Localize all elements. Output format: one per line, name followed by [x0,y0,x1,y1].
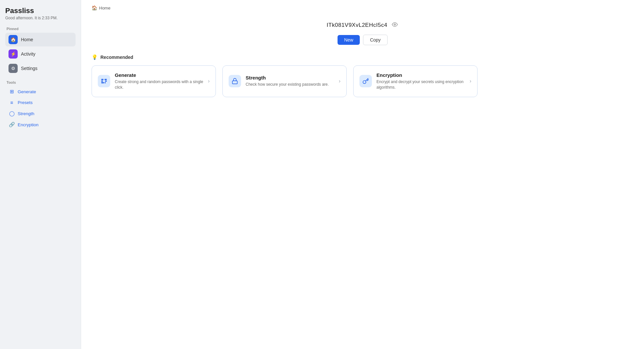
app-subtitle: Good afternoon. It is 2:33 PM. [5,16,76,20]
card-strength-icon-wrap [229,75,241,87]
sidebar-item-settings-label: Settings [21,66,38,71]
card-generate-title: Generate [115,72,203,78]
breadcrumb: 🏠 Home [81,0,644,14]
svg-rect-7 [233,81,237,84]
card-encryption[interactable]: Encryption Encrypt and decrypt your secr… [353,65,478,97]
card-strength-desc: Check how secure your existing passwords… [246,82,334,87]
sidebar-item-strength-label: Strength [18,111,34,116]
card-generate-desc: Create strong and random passwords with … [115,79,203,90]
content-area: ITk081V9XvL2EHcI5c4 New Copy 💡 Recommend… [81,14,644,349]
app-title: Passliss [5,7,76,15]
svg-rect-4 [105,81,107,82]
show-password-button[interactable] [391,21,398,29]
svg-rect-3 [105,79,107,80]
generate-tool-icon: ⊞ [9,89,15,95]
card-strength-arrow: › [339,78,340,84]
copy-button[interactable]: Copy [363,35,388,45]
breadcrumb-home-icon: 🏠 [92,5,97,10]
sidebar-item-presets[interactable]: ≡ Presets [5,97,76,108]
sidebar-item-activity-label: Activity [21,51,35,57]
card-encryption-desc: Encrypt and decrypt your secrets using e… [376,79,465,90]
lightbulb-icon: 💡 [92,54,98,60]
strength-tool-icon: ◯ [9,111,15,116]
generate-card-icon [101,78,107,84]
sidebar-item-activity[interactable]: ⚡ Activity [5,47,76,61]
card-generate-icon-wrap [98,75,110,87]
card-generate[interactable]: Generate Create strong and random passwo… [92,65,216,97]
settings-nav-icon: ⚙ [9,64,18,73]
tools-label: Tools [5,80,76,84]
sidebar: Passliss Good afternoon. It is 2:33 PM. … [0,0,81,349]
recommended-header: 💡 Recommended [92,54,634,60]
card-encryption-icon-wrap [359,75,372,87]
svg-rect-1 [101,79,104,80]
action-row: New Copy [92,35,634,45]
breadcrumb-label: Home [99,6,111,10]
sidebar-item-encryption-label: Encryption [18,122,39,127]
password-value: ITk081V9XvL2EHcI5c4 [327,22,387,28]
main-content: 🏠 Home ITk081V9XvL2EHcI5c4 New Copy 💡 Re… [81,0,644,349]
sidebar-item-generate-label: Generate [18,89,36,94]
presets-tool-icon: ≡ [9,100,15,105]
encryption-tool-icon: 🔗 [9,122,15,128]
card-strength-body: Strength Check how secure your existing … [246,75,334,87]
new-button[interactable]: New [338,35,360,45]
cards-row: Generate Create strong and random passwo… [92,65,634,97]
activity-nav-icon: ⚡ [9,49,18,59]
password-row: ITk081V9XvL2EHcI5c4 [92,21,634,29]
sidebar-item-presets-label: Presets [18,100,33,105]
sidebar-item-home[interactable]: 🏠 Home [5,33,76,46]
recommended-label: Recommended [100,55,133,60]
card-strength[interactable]: Strength Check how secure your existing … [222,65,347,97]
sidebar-item-settings[interactable]: ⚙ Settings [5,61,76,75]
card-generate-arrow: › [208,78,210,84]
strength-card-icon [232,78,238,84]
tools-section: Tools ⊞ Generate ≡ Presets ◯ Strength 🔗 … [5,80,76,131]
svg-rect-2 [101,81,103,82]
svg-rect-6 [105,82,106,83]
card-generate-body: Generate Create strong and random passwo… [115,72,203,90]
svg-point-0 [394,24,396,26]
sidebar-item-encryption[interactable]: 🔗 Encryption [5,119,76,130]
encryption-card-icon [362,78,369,84]
sidebar-item-strength[interactable]: ◯ Strength [5,108,76,119]
sidebar-item-generate[interactable]: ⊞ Generate [5,86,76,97]
card-encryption-arrow: › [470,78,471,84]
pinned-label: Pinned [5,27,76,31]
card-encryption-title: Encryption [376,72,465,78]
card-encryption-body: Encryption Encrypt and decrypt your secr… [376,72,465,90]
svg-rect-5 [101,82,104,83]
home-nav-icon: 🏠 [9,35,18,44]
sidebar-item-home-label: Home [21,37,33,42]
eye-icon [392,22,398,27]
card-strength-title: Strength [246,75,334,80]
